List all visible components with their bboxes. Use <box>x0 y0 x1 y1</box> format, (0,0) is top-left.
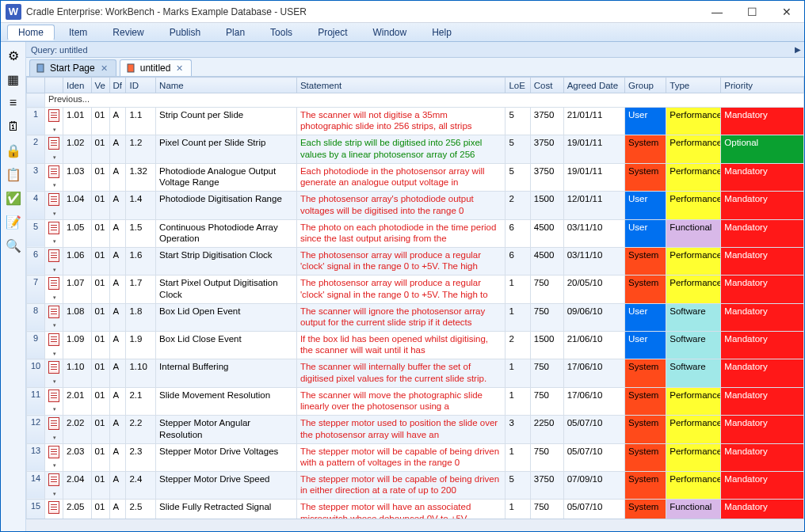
row-menu-icon[interactable]: ▾ <box>53 182 56 188</box>
tab-start-page[interactable]: Start Page✕ <box>29 59 116 76</box>
row-number[interactable]: 1 <box>27 108 45 135</box>
side-tool-5[interactable]: 📋 <box>5 165 22 183</box>
row-icon-cell[interactable]: ▾ <box>45 247 63 275</box>
col-header-ve[interactable]: Ve <box>91 78 109 93</box>
table-row[interactable]: 3▾1.0301A1.32Photodiode Analogue Output … <box>27 163 804 191</box>
row-icon-cell[interactable]: ▾ <box>45 192 63 219</box>
row-menu-icon[interactable]: ▾ <box>53 154 56 160</box>
col-header-loe[interactable]: LoE <box>506 78 530 93</box>
col-header-cost[interactable]: Cost <box>530 78 563 93</box>
row-icon-cell[interactable]: ▾ <box>45 387 63 415</box>
col-header-blank0[interactable] <box>27 78 45 93</box>
side-tool-3[interactable]: 🗓 <box>5 118 22 135</box>
col-header-statement[interactable]: Statement <box>296 78 506 93</box>
row-menu-icon[interactable]: ▾ <box>53 127 56 132</box>
table-row[interactable]: 1▾1.0101A1.1Strip Count per SlideThe sca… <box>27 108 804 135</box>
col-header-name[interactable]: Name <box>156 78 297 93</box>
side-tool-4[interactable]: 🔒 <box>5 142 22 159</box>
table-row[interactable]: 11▾2.0101A2.1Slide Movement ResolutionTh… <box>27 387 804 415</box>
row-menu-icon[interactable]: ▾ <box>53 322 56 328</box>
col-header-iden[interactable]: Iden <box>63 78 92 93</box>
row-icon-cell[interactable]: ▾ <box>45 359 63 387</box>
row-icon-cell[interactable]: ▾ <box>45 108 63 135</box>
results-grid[interactable]: IdenVeDfIDNameStatementLoECostAgreed Dat… <box>26 77 804 519</box>
row-icon-cell[interactable]: ▾ <box>45 135 63 163</box>
side-tool-8[interactable]: 🔍 <box>5 237 22 254</box>
menu-plan[interactable]: Plan <box>215 25 256 40</box>
row-menu-icon[interactable]: ▾ <box>53 435 56 440</box>
query-bar[interactable]: Query: untitled ▶ <box>26 42 804 58</box>
tab-close-icon[interactable]: ✕ <box>174 63 185 74</box>
row-icon-cell[interactable]: ▾ <box>45 276 63 303</box>
row-icon-cell[interactable]: ▾ <box>45 163 63 191</box>
table-row[interactable]: 5▾1.0501A1.5Continuous Photodiode Array … <box>27 219 804 247</box>
row-menu-icon[interactable]: ▾ <box>53 238 56 244</box>
row-icon-cell[interactable]: ▾ <box>45 219 63 247</box>
side-tool-2[interactable]: ≡ <box>5 94 22 112</box>
table-row[interactable]: 2▾1.0201A1.2Pixel Count per Slide StripE… <box>27 135 804 163</box>
row-icon-cell[interactable]: ▾ <box>45 416 63 443</box>
row-number[interactable]: 9 <box>27 332 45 359</box>
row-number[interactable]: 15 <box>27 500 45 519</box>
row-icon-cell[interactable]: ▾ <box>45 443 63 471</box>
table-row[interactable]: 8▾1.0801A1.8Box Lid Open EventThe scanne… <box>27 303 804 331</box>
row-icon-cell[interactable]: ▾ <box>45 500 63 519</box>
col-header-type[interactable]: Type <box>666 78 721 93</box>
side-tool-7[interactable]: 📝 <box>5 213 22 230</box>
row-header-prev[interactable] <box>27 93 45 108</box>
row-number[interactable]: 8 <box>27 303 45 331</box>
row-menu-icon[interactable]: ▾ <box>53 491 56 496</box>
row-menu-icon[interactable]: ▾ <box>53 267 56 272</box>
row-menu-icon[interactable]: ▾ <box>53 351 56 356</box>
tab-close-icon[interactable]: ✕ <box>99 63 109 74</box>
col-header-id[interactable]: ID <box>126 78 156 93</box>
table-row[interactable]: 4▾1.0401A1.4Photodiode Digitisation Rang… <box>27 192 804 219</box>
table-row[interactable]: 15▾2.0501A2.5Slide Fully Retracted Signa… <box>27 500 804 519</box>
side-tool-0[interactable]: ⚙ <box>5 47 22 64</box>
row-menu-icon[interactable]: ▾ <box>53 462 56 468</box>
row-number[interactable]: 14 <box>27 471 45 499</box>
horizontal-scrollbar[interactable] <box>26 519 804 531</box>
row-number[interactable]: 7 <box>27 276 45 303</box>
table-row[interactable]: 6▾1.0601A1.6Start Strip Digitisation Clo… <box>27 247 804 275</box>
row-icon-cell[interactable]: ▾ <box>45 471 63 499</box>
row-menu-icon[interactable]: ▾ <box>53 406 56 412</box>
col-header-blank1[interactable] <box>45 78 63 93</box>
table-row[interactable]: 7▾1.0701A1.7Start Pixel Output Digitisat… <box>27 276 804 303</box>
menu-review[interactable]: Review <box>101 25 155 40</box>
row-number[interactable]: 4 <box>27 192 45 219</box>
table-row[interactable]: 14▾2.0401A2.4Stepper Motor Drive SpeedTh… <box>27 471 804 499</box>
row-number[interactable]: 10 <box>27 359 45 387</box>
row-number[interactable]: 3 <box>27 163 45 191</box>
row-number[interactable]: 2 <box>27 135 45 163</box>
minimize-button[interactable]: — <box>700 1 734 22</box>
tab-untitled[interactable]: untitled✕ <box>120 59 193 76</box>
query-scroll-right-icon[interactable]: ▶ <box>795 45 801 54</box>
side-tool-1[interactable]: ▦ <box>5 70 22 88</box>
col-header-priority[interactable]: Priority <box>721 78 804 93</box>
table-row[interactable]: 12▾2.0201A2.2Stepper Motor Angular Resol… <box>27 416 804 443</box>
table-row[interactable]: 13▾2.0301A2.3Stepper Motor Drive Voltage… <box>27 443 804 471</box>
table-row[interactable]: 9▾1.0901A1.9Box Lid Close EventIf the bo… <box>27 332 804 359</box>
menu-item[interactable]: Item <box>58 25 98 40</box>
menu-project[interactable]: Project <box>307 25 358 40</box>
row-number[interactable]: 6 <box>27 247 45 275</box>
table-row[interactable]: 10▾1.1001A1.10Internal BufferingThe scan… <box>27 359 804 387</box>
row-number[interactable]: 12 <box>27 416 45 443</box>
row-icon-cell[interactable]: ▾ <box>45 303 63 331</box>
row-number[interactable]: 13 <box>27 443 45 471</box>
row-icon-cell[interactable]: ▾ <box>45 332 63 359</box>
row-menu-icon[interactable]: ▾ <box>53 294 56 300</box>
row-menu-icon[interactable]: ▾ <box>53 211 56 216</box>
col-header-agreed-date[interactable]: Agreed Date <box>563 78 624 93</box>
col-header-df[interactable]: Df <box>109 78 126 93</box>
menu-window[interactable]: Window <box>361 25 418 40</box>
side-tool-6[interactable]: ✅ <box>5 189 22 207</box>
row-number[interactable]: 11 <box>27 387 45 415</box>
row-number[interactable]: 5 <box>27 219 45 247</box>
menu-tools[interactable]: Tools <box>259 25 303 40</box>
col-header-group[interactable]: Group <box>625 78 666 93</box>
menu-home[interactable]: Home <box>7 25 55 40</box>
row-menu-icon[interactable]: ▾ <box>53 378 56 384</box>
menu-publish[interactable]: Publish <box>158 25 212 40</box>
